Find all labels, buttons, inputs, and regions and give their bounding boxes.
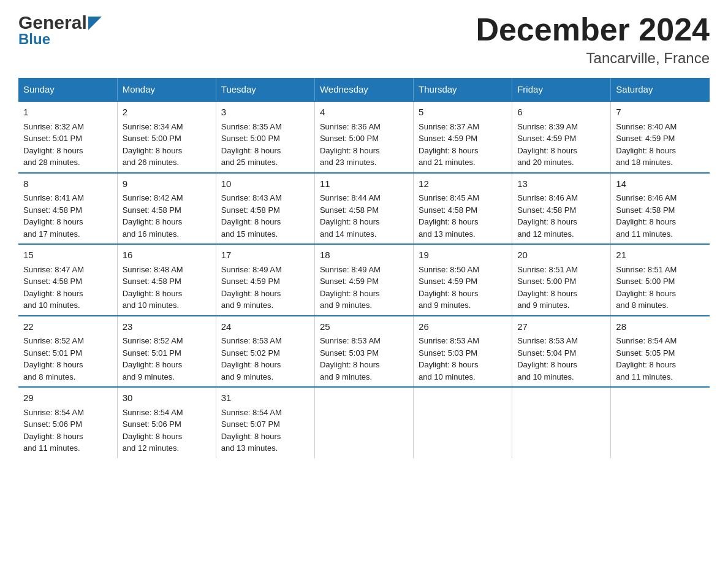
sunset-text: Sunset: 5:03 PM: [419, 348, 477, 358]
sunset-text: Sunset: 5:05 PM: [616, 348, 675, 358]
daylight-text: Daylight: 8 hours: [517, 360, 577, 369]
day-number: 11: [320, 177, 408, 191]
daylight-text2: and 14 minutes.: [320, 229, 377, 239]
daylight-text: Daylight: 8 hours: [221, 360, 281, 369]
daylight-text: Daylight: 8 hours: [123, 289, 183, 298]
sunset-text: Sunset: 4:58 PM: [221, 205, 280, 215]
calendar-week-row: 22Sunrise: 8:52 AMSunset: 5:01 PMDayligh…: [18, 316, 710, 388]
daylight-text2: and 26 minutes.: [123, 158, 180, 167]
sunrise-text: Sunrise: 8:54 AM: [23, 408, 84, 417]
day-number: 16: [123, 248, 211, 262]
daylight-text2: and 13 minutes.: [221, 443, 278, 453]
calendar-cell: 20Sunrise: 8:51 AMSunset: 5:00 PMDayligh…: [512, 244, 611, 316]
calendar-cell: 14Sunrise: 8:46 AMSunset: 4:58 PMDayligh…: [611, 173, 710, 245]
sunset-text: Sunset: 5:07 PM: [221, 419, 280, 429]
sunrise-text: Sunrise: 8:47 AM: [23, 265, 84, 274]
daylight-text: Daylight: 8 hours: [221, 289, 281, 298]
calendar-header-wednesday: Wednesday: [314, 78, 413, 101]
logo-general-text: General: [18, 12, 87, 33]
sunset-text: Sunset: 5:00 PM: [221, 134, 280, 143]
calendar-cell: 10Sunrise: 8:43 AMSunset: 4:58 PMDayligh…: [216, 173, 314, 245]
calendar-cell: 6Sunrise: 8:39 AMSunset: 4:59 PMDaylight…: [512, 101, 611, 173]
sunrise-text: Sunrise: 8:53 AM: [221, 336, 282, 345]
sunrise-text: Sunrise: 8:52 AM: [23, 336, 84, 345]
sunset-text: Sunset: 5:00 PM: [123, 134, 181, 143]
title-block: December 2024 Tancarville, France: [476, 12, 710, 67]
sunset-text: Sunset: 4:59 PM: [419, 134, 477, 143]
calendar-cell: 9Sunrise: 8:42 AMSunset: 4:58 PMDaylight…: [117, 173, 216, 245]
logo-arrow-icon: [88, 17, 102, 30]
calendar-cell: 15Sunrise: 8:47 AMSunset: 4:58 PMDayligh…: [18, 244, 117, 316]
daylight-text2: and 9 minutes.: [320, 301, 372, 310]
daylight-text2: and 16 minutes.: [123, 229, 180, 239]
daylight-text: Daylight: 8 hours: [221, 432, 281, 441]
sunrise-text: Sunrise: 8:54 AM: [123, 408, 183, 417]
sunrise-text: Sunrise: 8:34 AM: [123, 122, 183, 131]
daylight-text2: and 12 minutes.: [123, 443, 180, 453]
calendar-header-row: SundayMondayTuesdayWednesdayThursdayFrid…: [18, 78, 710, 101]
day-number: 13: [517, 177, 605, 191]
calendar-cell: 21Sunrise: 8:51 AMSunset: 5:00 PMDayligh…: [611, 244, 710, 316]
calendar-cell: [611, 387, 710, 458]
day-number: 10: [221, 177, 309, 191]
daylight-text: Daylight: 8 hours: [320, 217, 380, 226]
daylight-text: Daylight: 8 hours: [517, 146, 577, 155]
page-subtitle: Tancarville, France: [476, 50, 710, 67]
day-number: 22: [23, 320, 112, 334]
sunrise-text: Sunrise: 8:46 AM: [517, 193, 578, 202]
sunset-text: Sunset: 4:58 PM: [517, 205, 576, 215]
calendar-cell: 24Sunrise: 8:53 AMSunset: 5:02 PMDayligh…: [216, 316, 314, 388]
daylight-text: Daylight: 8 hours: [221, 217, 281, 226]
calendar-cell: [512, 387, 611, 458]
sunset-text: Sunset: 5:00 PM: [517, 277, 576, 286]
calendar-week-row: 15Sunrise: 8:47 AMSunset: 4:58 PMDayligh…: [18, 244, 710, 316]
calendar-table: SundayMondayTuesdayWednesdayThursdayFrid…: [18, 78, 710, 458]
day-number: 3: [221, 105, 309, 120]
sunset-text: Sunset: 5:01 PM: [23, 134, 82, 143]
daylight-text2: and 10 minutes.: [123, 301, 180, 310]
daylight-text2: and 23 minutes.: [320, 158, 377, 167]
daylight-text: Daylight: 8 hours: [419, 360, 479, 369]
calendar-cell: 29Sunrise: 8:54 AMSunset: 5:06 PMDayligh…: [18, 387, 117, 458]
day-number: 18: [320, 248, 408, 262]
calendar-cell: 13Sunrise: 8:46 AMSunset: 4:58 PMDayligh…: [512, 173, 611, 245]
day-number: 4: [320, 105, 408, 120]
daylight-text2: and 20 minutes.: [517, 158, 574, 167]
day-number: 23: [123, 320, 211, 334]
sunrise-text: Sunrise: 8:49 AM: [320, 265, 381, 274]
sunrise-text: Sunrise: 8:40 AM: [616, 122, 677, 131]
calendar-cell: 30Sunrise: 8:54 AMSunset: 5:06 PMDayligh…: [117, 387, 216, 458]
daylight-text: Daylight: 8 hours: [23, 360, 83, 369]
sunset-text: Sunset: 5:01 PM: [23, 348, 82, 358]
daylight-text: Daylight: 8 hours: [419, 146, 479, 155]
sunset-text: Sunset: 4:58 PM: [123, 277, 181, 286]
daylight-text2: and 9 minutes.: [419, 301, 471, 310]
daylight-text2: and 25 minutes.: [221, 158, 278, 167]
sunset-text: Sunset: 4:59 PM: [616, 134, 675, 143]
calendar-cell: 12Sunrise: 8:45 AMSunset: 4:58 PMDayligh…: [414, 173, 512, 245]
sunset-text: Sunset: 5:03 PM: [320, 348, 379, 358]
day-number: 27: [517, 320, 605, 334]
daylight-text: Daylight: 8 hours: [616, 217, 676, 226]
calendar-header-saturday: Saturday: [611, 78, 710, 101]
calendar-cell: 1Sunrise: 8:32 AMSunset: 5:01 PMDaylight…: [18, 101, 117, 173]
calendar-cell: 19Sunrise: 8:50 AMSunset: 4:59 PMDayligh…: [414, 244, 512, 316]
sunrise-text: Sunrise: 8:53 AM: [419, 336, 479, 345]
calendar-header-sunday: Sunday: [18, 78, 117, 101]
sunrise-text: Sunrise: 8:53 AM: [517, 336, 578, 345]
sunrise-text: Sunrise: 8:46 AM: [616, 193, 677, 202]
day-number: 24: [221, 320, 309, 334]
daylight-text: Daylight: 8 hours: [123, 360, 183, 369]
daylight-text: Daylight: 8 hours: [23, 217, 83, 226]
daylight-text2: and 11 minutes.: [616, 372, 673, 381]
calendar-cell: 11Sunrise: 8:44 AMSunset: 4:58 PMDayligh…: [314, 173, 413, 245]
daylight-text2: and 17 minutes.: [23, 229, 80, 239]
sunrise-text: Sunrise: 8:41 AM: [23, 193, 84, 202]
sunrise-text: Sunrise: 8:54 AM: [221, 408, 282, 417]
daylight-text2: and 12 minutes.: [517, 229, 574, 239]
day-number: 26: [419, 320, 507, 334]
daylight-text: Daylight: 8 hours: [123, 146, 183, 155]
calendar-cell: 27Sunrise: 8:53 AMSunset: 5:04 PMDayligh…: [512, 316, 611, 388]
daylight-text: Daylight: 8 hours: [616, 289, 676, 298]
daylight-text2: and 28 minutes.: [23, 158, 80, 167]
